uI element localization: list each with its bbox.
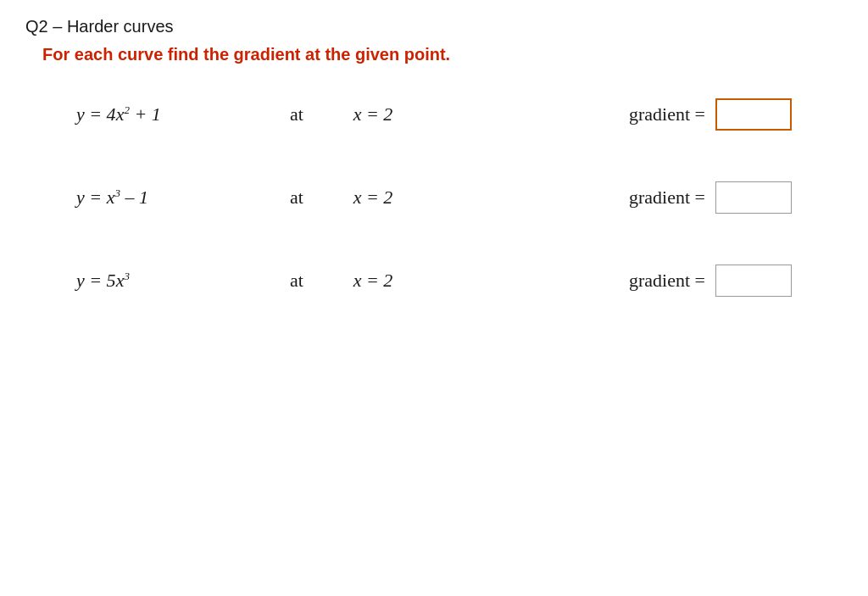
gradient-section-1: gradient = — [629, 98, 843, 131]
x-value-2: x = 2 — [331, 187, 415, 209]
subtitle: For each curve find the gradient at the … — [25, 45, 843, 64]
gradient-label-2: gradient = — [629, 187, 705, 209]
at-label-1: at — [263, 103, 331, 125]
gradient-section-2: gradient = — [629, 181, 843, 214]
answer-input-2[interactable] — [715, 181, 792, 214]
at-label-3: at — [263, 270, 331, 292]
page-title: Q2 – Harder curves — [25, 17, 843, 36]
problems-container: y = 4x2 + 1 at x = 2 gradient = y = x3 –… — [25, 98, 843, 297]
x-value-3: x = 2 — [331, 270, 415, 292]
answer-input-3[interactable] — [715, 265, 792, 297]
problem-row-3: y = 5x3 at x = 2 gradient = — [76, 265, 843, 297]
gradient-section-3: gradient = — [629, 265, 843, 297]
x-value-1: x = 2 — [331, 103, 415, 125]
equation-3: y = 5x3 — [76, 270, 263, 292]
problem-row-1: y = 4x2 + 1 at x = 2 gradient = — [76, 98, 843, 131]
at-label-2: at — [263, 187, 331, 209]
gradient-label-1: gradient = — [629, 103, 705, 125]
answer-input-1[interactable] — [715, 98, 792, 131]
equation-2: y = x3 – 1 — [76, 187, 263, 209]
equation-1: y = 4x2 + 1 — [76, 103, 263, 125]
problem-row-2: y = x3 – 1 at x = 2 gradient = — [76, 181, 843, 214]
gradient-label-3: gradient = — [629, 270, 705, 292]
